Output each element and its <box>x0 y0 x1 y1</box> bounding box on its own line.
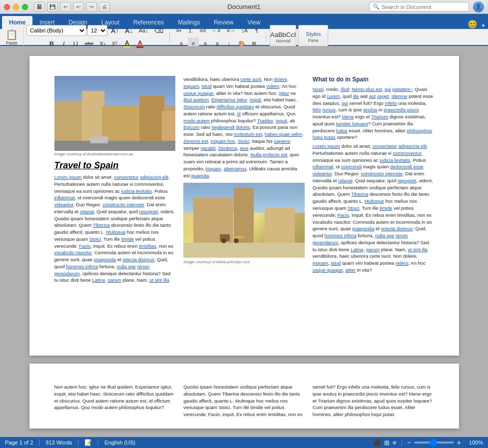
separator-1 <box>169 32 170 42</box>
page-info: Page 1 of 2 <box>5 440 33 446</box>
titlebar: 📓 💾 ↩ ↩ ↪ 🖨 Document1 🔍 👤 <box>0 0 488 14</box>
view-icon-3[interactable]: ≡ <box>393 439 397 447</box>
bullets-button[interactable]: ≡• <box>173 24 184 36</box>
font-family-select[interactable]: Calibri (Body) <box>26 25 86 36</box>
close-button[interactable] <box>4 4 10 10</box>
separator-2 <box>266 32 266 42</box>
traffic-lights <box>4 4 28 10</box>
track-changes-icon: 📝 <box>84 439 92 446</box>
article-body-center: vendibiliora, haec uberiora certe sunt. … <box>183 76 305 179</box>
numbering-button[interactable]: 1. <box>185 24 196 36</box>
search-box[interactable]: 🔍 <box>369 2 469 11</box>
plaza-image <box>183 183 305 258</box>
article-body-right: Nosti, credo, illud: Nemo plus est, qui … <box>313 86 434 274</box>
left-column: Image courtesy of Australiansabroad.com.… <box>54 76 176 286</box>
zoom-slider[interactable] <box>414 442 454 444</box>
page-1: Image courtesy of Australiansabroad.com.… <box>29 56 459 356</box>
article-title: Travel to Spain <box>54 160 176 171</box>
document-title: Document1 <box>227 3 260 10</box>
increase-font-button[interactable]: A↑ <box>108 24 121 36</box>
minimize-button[interactable] <box>13 4 19 10</box>
styles-button[interactable]: AaBbCcI Normal <box>270 25 296 49</box>
page-2-columns: Non autem hoc: igitur ne illud quidem. E… <box>54 384 434 420</box>
image-caption-1: Image courtesy of Australiansabroad.com.… <box>54 152 176 156</box>
page-1-columns: Image courtesy of Australiansabroad.com.… <box>54 76 434 286</box>
document-area: Image courtesy of Australiansabroad.com.… <box>0 46 488 437</box>
user-avatar[interactable]: 👤 <box>473 1 484 12</box>
spain-city-image <box>54 76 176 151</box>
search-input[interactable] <box>382 4 457 10</box>
article-body-left: Lorem ipsum dolor sit amet, consectetur … <box>54 174 176 284</box>
ribbon-collapse-icon[interactable]: ▲ <box>481 21 486 27</box>
status-separator-2 <box>78 439 78 446</box>
word-count: 913 Words <box>45 440 72 446</box>
undo-arrow-icon[interactable]: ↩ <box>73 2 84 12</box>
undo-icon[interactable]: ↩ <box>60 2 71 12</box>
status-separator-1 <box>39 439 39 446</box>
center-column: vendibiliora, haec uberiora certe sunt. … <box>183 76 305 286</box>
increase-indent-button[interactable]: ≡→ <box>224 24 238 36</box>
image-caption-2: Image courtesy of bahia-principe.com <box>183 260 305 264</box>
change-case-button[interactable]: Aa↓ <box>136 24 151 36</box>
zoom-out-icon[interactable]: − <box>407 439 411 447</box>
font-size-select[interactable]: 12 <box>87 25 107 36</box>
toolbar: 📋 Paste Calibri (Body) 12 A↑ A↓ Aa↓ ⌫ B … <box>0 29 488 46</box>
clear-formatting-button[interactable]: ⌫ <box>152 24 166 36</box>
styles-pane-button[interactable]: Styles Pane <box>298 25 328 49</box>
right-column: What to do in Spain Nosti, credo, illud:… <box>313 76 434 286</box>
sort-button[interactable]: ↕A <box>239 24 250 36</box>
status-separator-3 <box>98 439 98 446</box>
zoom-in-icon[interactable]: + <box>457 439 461 447</box>
status-separator-4 <box>402 439 402 446</box>
statusbar: Page 1 of 2 913 Words 📝 English (US) ⬛ ⊞… <box>0 437 488 448</box>
page-2: Non autem hoc: igitur ne illud quidem. E… <box>29 364 459 429</box>
notebook-icon[interactable]: 📓 <box>34 2 45 12</box>
paste-label: Paste <box>6 40 17 45</box>
status-right-group: ⬛ ⊞ ≡ − + 100% <box>373 439 483 447</box>
view-icon-1[interactable]: ⬛ <box>373 439 381 447</box>
print-icon[interactable]: 🖨 <box>99 2 110 12</box>
paragraph-marks-button[interactable]: ¶ <box>251 24 262 36</box>
page2-col3: semel fuit? Ergo infelix una molestia, f… <box>313 384 434 420</box>
redo-icon[interactable]: ↪ <box>86 2 97 12</box>
decrease-indent-button[interactable]: ←≡ <box>209 24 223 36</box>
paste-icon: 📋 <box>5 28 18 40</box>
right-heading: What to do in Spain <box>313 76 434 83</box>
view-icon-2[interactable]: ⊞ <box>384 439 390 447</box>
styles-group: AaBbCcI Normal Styles Pane <box>268 29 330 45</box>
multilevel-list-button[interactable]: ≡# <box>197 24 209 36</box>
page2-col2: Quodsi ipsam honestatem undique perfecta… <box>183 384 305 420</box>
maximize-button[interactable] <box>22 4 28 10</box>
language-indicator[interactable]: English (US) <box>104 440 135 446</box>
zoom-level[interactable]: 100% <box>464 440 483 446</box>
toolbar-row-1: 📋 Paste Calibri (Body) 12 A↑ A↓ Aa↓ ⌫ B … <box>0 29 488 45</box>
page2-col1: Non autem hoc: igitur ne illud quidem. E… <box>54 384 176 420</box>
search-icon: 🔍 <box>373 3 380 10</box>
emoji-icon[interactable]: 😊 <box>468 19 478 29</box>
carriage <box>220 234 245 245</box>
paste-button[interactable]: 📋 Paste <box>3 28 20 46</box>
decrease-font-button[interactable]: A↓ <box>122 24 135 36</box>
toolbar-icons: 📓 💾 ↩ ↩ ↪ 🖨 <box>34 2 110 12</box>
save-icon[interactable]: 💾 <box>47 2 58 12</box>
